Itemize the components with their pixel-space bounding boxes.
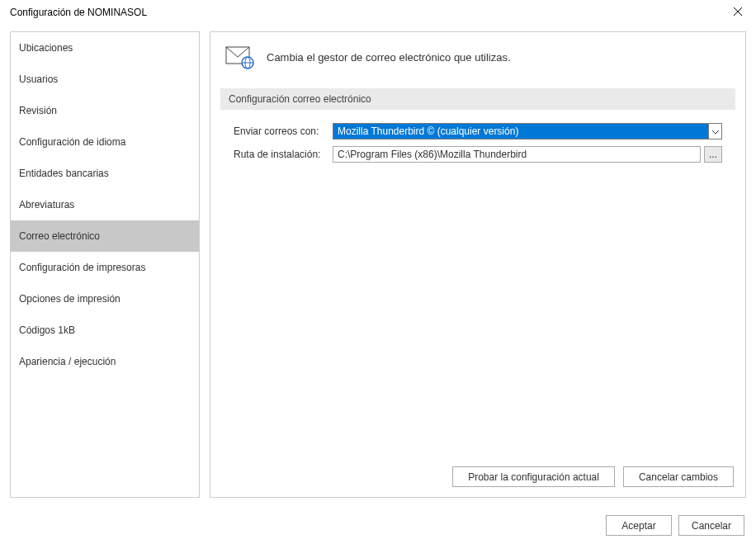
- sidebar-item-apariencia[interactable]: Apariencia / ejecución: [11, 346, 199, 377]
- dropdown-arrow-button[interactable]: [708, 124, 721, 139]
- send-with-dropdown[interactable]: Mozilla Thunderbird © (cualquier versión…: [333, 123, 722, 140]
- mail-icon: [225, 45, 255, 69]
- test-config-button[interactable]: Probar la configuración actual: [452, 466, 615, 487]
- panel-header-text: Cambia el gestor de correo electrónico q…: [267, 51, 511, 64]
- button-label: Probar la configuración actual: [468, 471, 599, 483]
- form-row-send-with: Enviar correos con: Mozilla Thunderbird …: [210, 121, 745, 141]
- close-button[interactable]: [726, 1, 749, 24]
- sidebar-item-label: Ubicaciones: [19, 42, 73, 54]
- sidebar-item-ubicaciones[interactable]: Ubicaciones: [11, 32, 199, 64]
- sidebar-item-label: Abreviaturas: [19, 199, 74, 211]
- sidebar-item-label: Correo electrónico: [19, 230, 100, 242]
- sidebar-item-correo[interactable]: Correo electrónico: [11, 220, 199, 252]
- window-titlebar: Configuración de NOMINASOL: [0, 0, 756, 25]
- sidebar-item-idioma[interactable]: Configuración de idioma: [11, 126, 199, 158]
- sidebar-item-impresoras[interactable]: Configuración de impresoras: [11, 252, 199, 283]
- sidebar-item-abreviaturas[interactable]: Abreviaturas: [11, 189, 199, 220]
- main-panel: Cambia el gestor de correo electrónico q…: [210, 31, 746, 498]
- install-path-label: Ruta de instalación:: [234, 149, 333, 160]
- close-icon: [734, 7, 742, 18]
- dialog-buttons: Aceptar Cancelar: [606, 515, 744, 536]
- sidebar-item-label: Opciones de impresión: [19, 293, 120, 305]
- section-title: Configuración correo electrónico: [220, 88, 735, 110]
- install-path-input[interactable]: [333, 146, 701, 163]
- send-with-label: Enviar correos con:: [234, 125, 333, 137]
- button-label: Cancelar cambios: [639, 471, 718, 483]
- sidebar-item-label: Revisión: [19, 105, 57, 116]
- content-area: Ubicaciones Usuarios Revisión Configurac…: [0, 25, 756, 504]
- panel-header: Cambia el gestor de correo electrónico q…: [210, 32, 745, 82]
- cancel-changes-button[interactable]: Cancelar cambios: [623, 466, 734, 487]
- send-with-value: Mozilla Thunderbird © (cualquier versión…: [333, 124, 708, 139]
- chevron-down-icon: [712, 125, 719, 137]
- ellipsis-icon: ...: [709, 149, 717, 160]
- browse-button[interactable]: ...: [704, 146, 722, 163]
- sidebar-item-label: Apariencia / ejecución: [19, 356, 116, 367]
- form-row-install-path: Ruta de instalación: ...: [210, 144, 745, 164]
- sidebar-item-usuarios[interactable]: Usuarios: [11, 64, 199, 95]
- cancel-button[interactable]: Cancelar: [678, 515, 744, 536]
- sidebar: Ubicaciones Usuarios Revisión Configurac…: [10, 31, 200, 498]
- sidebar-item-label: Códigos 1kB: [19, 324, 75, 336]
- sidebar-item-label: Configuración de idioma: [19, 136, 125, 148]
- sidebar-item-revision[interactable]: Revisión: [11, 95, 199, 126]
- panel-inner-buttons: Probar la configuración actual Cancelar …: [452, 466, 734, 487]
- sidebar-item-entidades[interactable]: Entidades bancarias: [11, 158, 199, 189]
- button-label: Cancelar: [692, 520, 731, 532]
- sidebar-item-label: Entidades bancarias: [19, 168, 109, 179]
- sidebar-item-opciones-impresion[interactable]: Opciones de impresión: [11, 283, 199, 315]
- button-label: Aceptar: [621, 520, 655, 532]
- window-title: Configuración de NOMINASOL: [10, 7, 726, 18]
- sidebar-item-label: Configuración de impresoras: [19, 262, 145, 273]
- accept-button[interactable]: Aceptar: [606, 515, 672, 536]
- sidebar-item-label: Usuarios: [19, 73, 58, 85]
- sidebar-item-codigos[interactable]: Códigos 1kB: [11, 315, 199, 346]
